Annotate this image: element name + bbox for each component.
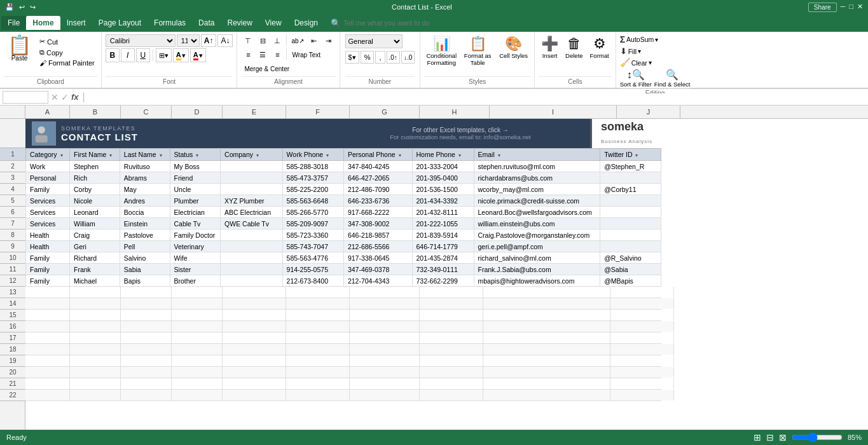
col-header-email[interactable]: Email ▾ <box>474 149 600 161</box>
menu-review[interactable]: Review <box>221 16 258 30</box>
table-cell[interactable]: Family <box>26 252 70 264</box>
empty-cell[interactable] <box>121 321 172 332</box>
row-header-8[interactable]: 8 <box>0 229 25 241</box>
table-cell[interactable]: Personal <box>26 172 70 184</box>
empty-cell[interactable] <box>420 355 483 366</box>
table-cell[interactable] <box>221 229 282 241</box>
percent-button[interactable]: % <box>361 51 375 64</box>
empty-cell[interactable] <box>121 378 172 389</box>
table-cell[interactable]: 585-563-6648 <box>282 195 343 207</box>
table-cell[interactable]: richard_salvino@ml.com <box>474 252 600 264</box>
table-cell[interactable]: Einstein <box>120 218 170 229</box>
empty-cell[interactable] <box>70 367 121 378</box>
table-cell[interactable]: Boccia <box>120 207 170 218</box>
table-cell[interactable] <box>600 207 661 218</box>
conditional-formatting-button[interactable]: 📊 Conditional Formatting <box>424 34 458 76</box>
table-cell[interactable]: 347-840-4245 <box>343 161 412 172</box>
row-header-21[interactable]: 21 <box>0 378 25 390</box>
table-row[interactable]: FamilyFrankSabiaSister914-255-0575347-46… <box>26 264 661 275</box>
empty-cell[interactable] <box>25 298 70 309</box>
empty-row[interactable] <box>25 378 661 390</box>
table-cell[interactable]: 585-473-3757 <box>282 172 343 184</box>
table-cell[interactable]: Services <box>26 207 70 218</box>
table-cell[interactable]: 646-233-6736 <box>343 195 412 207</box>
empty-cell[interactable] <box>420 378 483 389</box>
empty-cell[interactable] <box>286 344 350 355</box>
table-cell[interactable]: 201-333-2004 <box>412 161 474 172</box>
empty-cell[interactable] <box>483 378 610 389</box>
empty-cell[interactable] <box>172 298 223 309</box>
table-cell[interactable]: 201-395-0400 <box>412 172 474 184</box>
table-cell[interactable]: @Corby11 <box>600 184 661 195</box>
table-cell[interactable]: Cable Tv <box>170 218 221 229</box>
empty-cell[interactable] <box>172 344 223 355</box>
table-cell[interactable]: Richard <box>70 252 120 264</box>
empty-cell[interactable] <box>483 298 610 309</box>
empty-cell[interactable] <box>610 378 674 389</box>
row-header-22[interactable]: 22 <box>0 390 25 401</box>
table-cell[interactable]: 201-434-3392 <box>412 195 474 207</box>
table-cell[interactable]: 646-427-2065 <box>343 172 412 184</box>
maximize-icon[interactable]: □ <box>849 3 853 12</box>
table-cell[interactable] <box>600 195 661 207</box>
font-family-select[interactable]: Calibri <box>106 34 176 47</box>
underline-button[interactable]: U <box>136 48 150 62</box>
empty-cell[interactable] <box>483 310 610 320</box>
row-header-14[interactable]: 14 <box>0 298 25 310</box>
empty-cell[interactable] <box>70 298 121 309</box>
empty-cell[interactable] <box>223 367 286 378</box>
currency-button[interactable]: $▾ <box>345 51 359 64</box>
empty-cell[interactable] <box>420 332 483 343</box>
table-cell[interactable]: May <box>120 184 170 195</box>
table-cell[interactable]: 585-563-4776 <box>282 252 343 264</box>
table-cell[interactable]: 347-308-9002 <box>343 218 412 229</box>
empty-cell[interactable] <box>610 332 674 343</box>
table-cell[interactable]: Sister <box>170 264 221 275</box>
row-header-16[interactable]: 16 <box>0 321 25 332</box>
empty-cell[interactable] <box>483 332 610 343</box>
empty-cell[interactable] <box>25 355 70 366</box>
share-button[interactable]: Share <box>808 3 837 12</box>
col-header-J[interactable]: J <box>617 106 680 118</box>
table-cell[interactable]: Craig.Pastolove@morganstanley.com <box>474 229 600 241</box>
align-right-button[interactable]: ≡ <box>270 48 284 61</box>
empty-cell[interactable] <box>172 367 223 378</box>
function-icon[interactable]: fx <box>71 92 79 102</box>
empty-cell[interactable] <box>350 298 420 309</box>
menu-home[interactable]: Home <box>26 16 60 30</box>
table-row[interactable]: FamilyRichardSalvinoWife585-563-4776917-… <box>26 252 661 264</box>
table-cell[interactable]: Friend <box>170 172 221 184</box>
table-cell[interactable]: 212-704-4343 <box>343 275 412 287</box>
empty-cell[interactable] <box>223 298 286 309</box>
empty-cell[interactable] <box>286 287 350 298</box>
empty-cell[interactable] <box>172 332 223 343</box>
table-row[interactable]: WorkStephenRuvitusoMy Boss585-288-301834… <box>26 161 661 172</box>
table-cell[interactable] <box>600 241 661 252</box>
empty-cell[interactable] <box>25 310 70 320</box>
empty-row[interactable] <box>25 310 661 321</box>
format-painter-button[interactable]: 🖌 Format Painter <box>37 58 97 67</box>
table-cell[interactable]: Veterinary <box>170 241 221 252</box>
col-header-first-name[interactable]: First Name ▾ <box>70 149 120 161</box>
menu-design[interactable]: Design <box>288 16 324 30</box>
table-cell[interactable]: stephen.ruvituso@ml.com <box>474 161 600 172</box>
empty-cell[interactable] <box>350 332 420 343</box>
table-cell[interactable]: 732-349-0111 <box>412 264 474 275</box>
table-cell[interactable]: 646-714-1779 <box>412 241 474 252</box>
empty-cell[interactable] <box>121 355 172 366</box>
row-header-6[interactable]: 6 <box>0 207 25 218</box>
cancel-formula-icon[interactable]: ✕ <box>51 92 59 102</box>
borders-button[interactable]: ⊞▾ <box>156 48 172 62</box>
table-cell[interactable] <box>221 184 282 195</box>
table-cell[interactable]: Leonard <box>70 207 120 218</box>
view-page-break-icon[interactable]: ⊠ <box>779 432 787 442</box>
empty-cell[interactable] <box>121 298 172 309</box>
fill-color-button[interactable]: A▾ <box>173 48 189 62</box>
table-cell[interactable] <box>600 218 661 229</box>
table-cell[interactable]: Services <box>26 218 70 229</box>
table-cell[interactable]: 201-536-1500 <box>412 184 474 195</box>
find-select-button[interactable]: 🔍 Find & Select <box>654 69 691 88</box>
table-cell[interactable]: 347-469-0378 <box>343 264 412 275</box>
empty-cell[interactable] <box>25 390 70 400</box>
table-row[interactable]: FamilyMichaelBapisBrother212-673-8400212… <box>26 275 661 287</box>
